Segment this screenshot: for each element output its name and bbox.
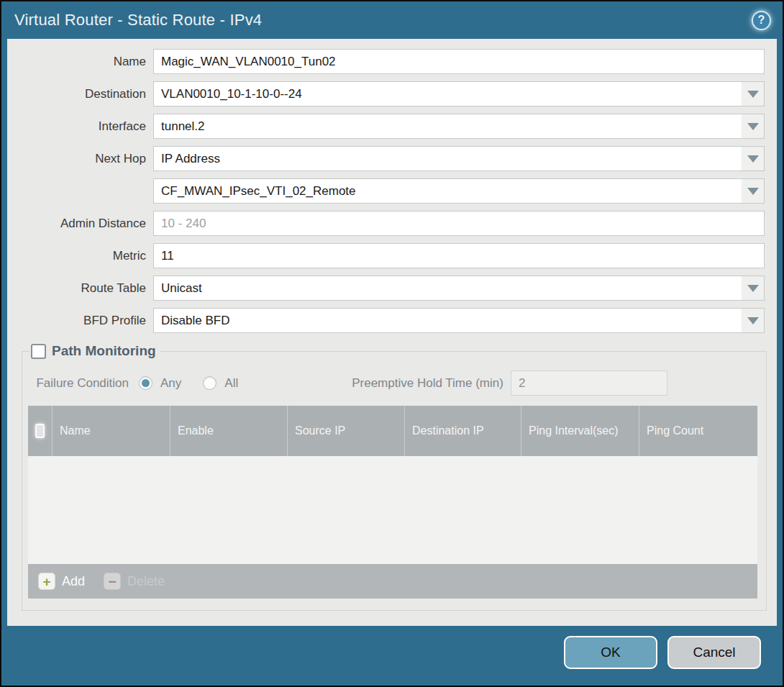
table-header-row: Name Enable Source IP Destination IP Pin… (28, 406, 757, 456)
failure-condition-any-option[interactable]: Any (139, 376, 181, 391)
path-monitoring-legend: Path Monitoring (29, 343, 160, 359)
dialog-footer: OK Cancel (1, 626, 783, 687)
failure-condition-all-option[interactable]: All (203, 376, 238, 391)
metric-row: Metric (7, 243, 777, 268)
add-button[interactable]: + Add (38, 573, 85, 590)
dropdown-arrow-icon (747, 317, 759, 324)
interface-label: Interface (7, 119, 153, 134)
bfd-profile-dropdown-button[interactable] (742, 309, 764, 332)
name-fieldwrap (153, 49, 765, 74)
path-monitoring-checkbox[interactable] (31, 344, 46, 359)
table-header-name[interactable]: Name (53, 406, 170, 456)
radio-all-label: All (224, 376, 238, 391)
bfd-profile-label: BFD Profile (7, 314, 153, 328)
dialog-body: Name Destination Interface (7, 39, 777, 626)
metric-input[interactable] (153, 243, 765, 268)
route-table-input[interactable] (153, 276, 765, 301)
admin-distance-input[interactable] (153, 211, 765, 236)
admin-distance-label: Admin Distance (7, 217, 153, 231)
dropdown-arrow-icon (747, 155, 759, 163)
route-table-dropdown-button[interactable] (742, 276, 764, 300)
dialog-title: Virtual Router - Static Route - IPv4 (14, 11, 262, 29)
dropdown-arrow-icon (747, 91, 759, 98)
path-monitoring-table: Name Enable Source IP Destination IP Pin… (28, 406, 757, 599)
metric-fieldwrap (153, 243, 765, 268)
name-row: Name (7, 49, 777, 74)
preemptive-hold-time-input[interactable] (511, 370, 667, 396)
table-header-destination-ip[interactable]: Destination IP (405, 406, 521, 456)
name-input[interactable] (153, 49, 765, 74)
bfd-profile-input[interactable] (153, 308, 765, 333)
dropdown-arrow-icon (747, 188, 759, 195)
path-monitoring-section: Path Monitoring Failure Condition Any Al… (22, 343, 767, 611)
radio-any-icon (139, 376, 152, 390)
destination-input[interactable] (153, 81, 765, 106)
admin-distance-row: Admin Distance (7, 211, 777, 236)
table-header-source-ip[interactable]: Source IP (288, 406, 405, 456)
bfd-profile-row: BFD Profile (7, 308, 777, 333)
table-body-empty (28, 456, 757, 564)
table-header-ping-interval[interactable]: Ping Interval(sec) (521, 406, 639, 456)
next-hop-row: Next Hop (7, 146, 777, 171)
table-header-ping-count[interactable]: Ping Count (639, 406, 757, 456)
failure-condition-label: Failure Condition (31, 376, 139, 391)
cancel-button[interactable]: Cancel (667, 636, 761, 669)
bfd-profile-combobox (153, 308, 765, 333)
path-monitoring-title: Path Monitoring (52, 343, 156, 359)
select-all-checkbox[interactable] (35, 424, 45, 438)
route-table-label: Route Table (7, 281, 153, 296)
next-hop-type-input[interactable] (153, 146, 765, 171)
route-table-combobox (153, 276, 765, 301)
add-button-label: Add (62, 574, 85, 589)
interface-combobox (153, 114, 765, 139)
next-hop-combobox (153, 146, 765, 171)
next-hop-dropdown-button[interactable] (742, 147, 764, 170)
route-table-row: Route Table (7, 276, 777, 301)
name-label: Name (7, 55, 153, 69)
radio-all-icon (203, 376, 216, 390)
destination-row: Destination (7, 81, 777, 106)
ok-button[interactable]: OK (564, 636, 657, 669)
interface-dropdown-button[interactable] (742, 114, 764, 138)
metric-label: Metric (7, 249, 153, 263)
static-route-dialog: Virtual Router - Static Route - IPv4 ? N… (0, 0, 784, 687)
table-header-enable[interactable]: Enable (170, 406, 288, 456)
delete-button[interactable]: − Delete (104, 573, 165, 590)
add-plus-icon: + (38, 573, 55, 590)
dialog-titlebar: Virtual Router - Static Route - IPv4 ? (1, 1, 783, 39)
next-hop-address-row (7, 178, 777, 204)
failure-condition-row: Failure Condition Any All Preemptive Hol… (31, 370, 757, 396)
next-hop-address-combobox (153, 178, 765, 204)
next-hop-label: Next Hop (7, 152, 153, 166)
destination-label: Destination (7, 87, 153, 101)
table-toolbar: + Add − Delete (28, 564, 757, 599)
destination-combobox (153, 81, 765, 106)
preemptive-hold-time-label: Preemptive Hold Time (min) (352, 376, 511, 391)
delete-minus-icon: − (104, 573, 121, 590)
interface-input[interactable] (153, 114, 765, 139)
table-header-select-all (28, 406, 53, 456)
delete-button-label: Delete (127, 574, 165, 589)
dropdown-arrow-icon (747, 285, 759, 292)
help-icon[interactable]: ? (752, 11, 771, 30)
dropdown-arrow-icon (747, 123, 759, 130)
destination-dropdown-button[interactable] (742, 82, 764, 106)
interface-row: Interface (7, 114, 777, 139)
next-hop-address-input[interactable] (153, 178, 765, 204)
admin-distance-fieldwrap (153, 211, 765, 236)
radio-any-label: Any (160, 376, 181, 391)
next-hop-address-dropdown-button[interactable] (742, 179, 764, 203)
